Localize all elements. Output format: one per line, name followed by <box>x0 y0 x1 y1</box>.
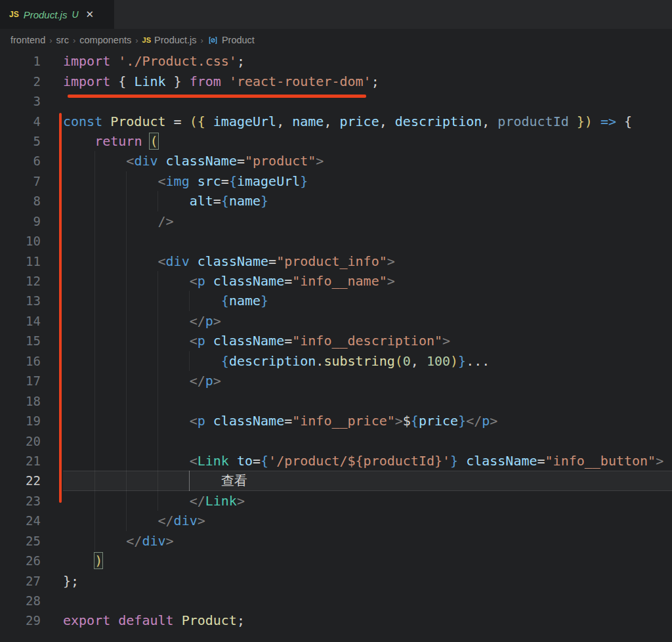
bracket-match-highlight: ) <box>94 553 102 568</box>
line-number: 7 <box>0 174 63 188</box>
line-number: 18 <box>0 394 63 408</box>
line-number: 22 <box>0 473 63 488</box>
line-number: 12 <box>0 274 63 288</box>
code-line[interactable]: 26 ) <box>0 551 672 570</box>
code-line[interactable]: 18 <box>0 391 672 410</box>
code-line[interactable]: 16 {description.substring(0, 100)}... <box>0 351 672 371</box>
code-line[interactable]: 29export default Product; <box>0 610 672 630</box>
code-line[interactable]: 19 <p className="info__price">${price}</… <box>0 411 672 431</box>
code-text: <p className="info__description"> <box>63 333 450 349</box>
bracket-match-highlight: ( <box>150 133 158 149</box>
code-line[interactable]: 5 return ( <box>0 131 672 151</box>
code-text: import './Product.css'; <box>63 53 245 69</box>
breadcrumb: frontend›src›components›JSProduct.js›Pro… <box>0 29 672 51</box>
line-number: 23 <box>0 494 63 508</box>
line-number: 8 <box>0 194 63 208</box>
code-text: ) <box>63 553 102 568</box>
tab-product-js[interactable]: JS Product.js U ✕ <box>0 0 114 29</box>
code-line[interactable]: 24 </div> <box>0 511 672 530</box>
line-number: 10 <box>0 234 63 248</box>
line-number: 9 <box>0 214 63 228</box>
breadcrumb-item-frontend[interactable]: frontend <box>10 35 45 45</box>
breadcrumb-label: components <box>79 35 131 45</box>
code-text: }; <box>63 573 79 589</box>
line-number: 16 <box>0 354 63 368</box>
code-line[interactable]: 2import { Link } from 'react-router-dom'… <box>0 71 672 91</box>
code-text: </p> <box>63 313 221 329</box>
line-number: 1 <box>0 54 63 68</box>
indent-guide <box>94 391 95 410</box>
code-line[interactable]: 28 <box>0 591 672 610</box>
breadcrumb-item-product-js[interactable]: JSProduct.js <box>142 35 197 45</box>
line-number: 27 <box>0 574 63 588</box>
code-line[interactable]: 27}; <box>0 570 672 590</box>
tab-label: Product.js <box>24 9 68 20</box>
line-number: 28 <box>0 593 63 608</box>
indent-guide <box>126 431 127 450</box>
code-text: {description.substring(0, 100)}... <box>63 353 490 369</box>
code-text: <img src={imageUrl} <box>63 173 308 189</box>
javascript-file-icon: JS <box>9 10 19 19</box>
code-text: <Link to={'/product/${productId}'} class… <box>63 453 663 469</box>
line-number: 13 <box>0 293 63 308</box>
line-number: 2 <box>0 74 63 89</box>
line-number: 29 <box>0 613 63 628</box>
code-line[interactable]: 4const Product = ({ imageUrl, name, pric… <box>0 111 672 131</box>
breadcrumb-separator-icon: › <box>49 35 52 45</box>
code-text: import { Link } from 'react-router-dom'; <box>63 74 379 89</box>
code-text: 查看 <box>63 472 247 490</box>
code-text: </Link> <box>63 493 245 509</box>
breadcrumb-item-components[interactable]: components <box>79 35 131 45</box>
symbol-variable-icon <box>207 35 219 46</box>
code-text: <p className="info__price">${price}</p> <box>63 413 497 429</box>
indent-guide <box>126 391 127 410</box>
line-number: 14 <box>0 314 63 328</box>
breadcrumb-label: frontend <box>10 35 45 45</box>
code-text: /> <box>63 213 174 229</box>
code-editor[interactable]: 1import './Product.css';2import { Link }… <box>0 51 672 642</box>
code-line[interactable]: 12 <p className="info__name"> <box>0 271 672 291</box>
line-number: 21 <box>0 454 63 468</box>
line-number: 24 <box>0 513 63 528</box>
line-number: 11 <box>0 254 63 268</box>
indent-guide <box>94 231 95 251</box>
breadcrumb-separator-icon: › <box>73 35 75 45</box>
code-line[interactable]: 23 </Link> <box>0 491 672 511</box>
code-line[interactable]: 21 <Link to={'/product/${productId}'} cl… <box>0 451 672 471</box>
code-text: </div> <box>63 533 174 549</box>
breadcrumb-separator-icon: › <box>201 35 203 45</box>
code-line[interactable]: 10 <box>0 231 672 251</box>
line-number: 6 <box>0 154 63 168</box>
line-number: 4 <box>0 114 63 129</box>
git-status-badge: U <box>72 9 78 20</box>
code-line[interactable]: 25 </div> <box>0 531 672 551</box>
code-line[interactable]: 15 <p className="info__description"> <box>0 331 672 351</box>
indent-guide <box>94 431 95 450</box>
code-line[interactable]: 20 <box>0 431 672 450</box>
code-text: {name} <box>63 293 268 309</box>
indent-guide <box>126 231 127 251</box>
code-text: const Product = ({ imageUrl, name, price… <box>63 114 632 129</box>
code-line[interactable]: 8 alt={name} <box>0 191 672 211</box>
tab-bar: JS Product.js U ✕ <box>0 0 672 29</box>
code-line[interactable]: 13 {name} <box>0 291 672 310</box>
line-number: 17 <box>0 374 63 388</box>
code-line[interactable]: 14 </p> <box>0 311 672 331</box>
code-line[interactable]: 17 </p> <box>0 371 672 391</box>
code-line[interactable]: 1import './Product.css'; <box>0 51 672 71</box>
code-line[interactable]: 11 <div className="product_info"> <box>0 251 672 270</box>
breadcrumb-item-product[interactable]: Product <box>207 35 255 46</box>
code-text: export default Product; <box>63 612 245 628</box>
code-text: return ( <box>63 133 158 149</box>
code-line[interactable]: 6 <div className="product"> <box>0 151 672 171</box>
line-number: 26 <box>0 553 63 568</box>
code-line[interactable]: 9 /> <box>0 211 672 231</box>
indent-guide <box>158 391 158 410</box>
code-line[interactable]: 7 <img src={imageUrl} <box>0 171 672 191</box>
code-line[interactable]: 22 查看 <box>0 471 672 490</box>
breadcrumb-item-src[interactable]: src <box>56 35 69 45</box>
breadcrumb-label: src <box>56 35 69 45</box>
code-text: </p> <box>63 373 221 389</box>
line-number: 5 <box>0 134 63 148</box>
close-icon[interactable]: ✕ <box>86 9 94 20</box>
